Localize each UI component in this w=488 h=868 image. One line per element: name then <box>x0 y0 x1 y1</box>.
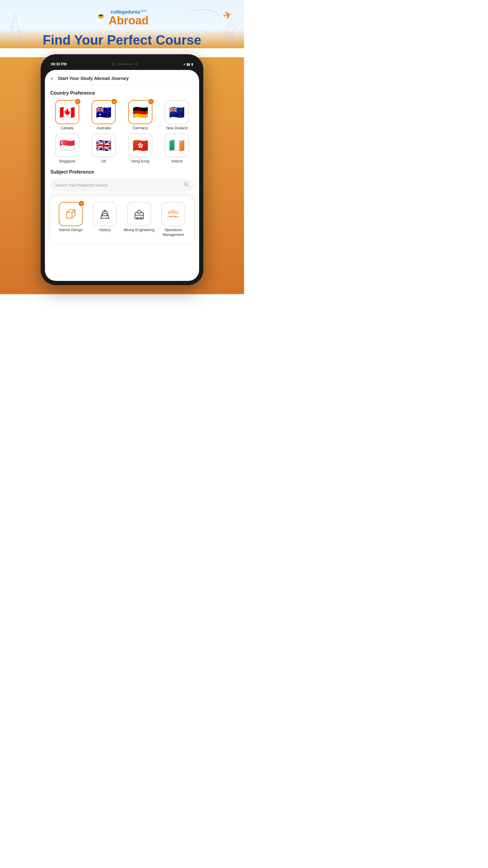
country-name-newzealand: New Zealand <box>166 126 188 130</box>
country-item-newzealand[interactable]: 🇳🇿 New Zealand <box>160 100 194 130</box>
subject-name-history: History <box>99 228 110 233</box>
battery-icon: ▮ <box>191 62 193 66</box>
signal-icon: ▮▮ <box>187 62 190 66</box>
screen-title: Start Your Study Abroad Journey <box>58 76 129 81</box>
subject-name-operations: Operations Management <box>158 228 189 237</box>
svg-rect-28 <box>101 216 108 218</box>
check-badge-interior-design: ✓ <box>78 200 85 207</box>
subject-icon-box-interior-design[interactable]: ✓ <box>59 202 83 226</box>
country-flag-ireland[interactable]: 🇮🇪 <box>165 133 189 157</box>
country-flag-uk[interactable]: 🇬🇧 <box>92 133 116 157</box>
svg-rect-21 <box>67 212 72 218</box>
svg-point-42 <box>140 217 142 219</box>
country-item-germany[interactable]: 🇩🇪 ✓ Germany <box>124 100 157 130</box>
svg-point-3 <box>99 15 100 16</box>
country-item-australia[interactable]: 🇦🇺 ✓ Australia <box>87 100 121 130</box>
phone-screen: ‹ Start Your Study Abroad Journey Countr… <box>45 70 199 281</box>
subject-item-mining[interactable]: Mining Engineering <box>124 202 155 237</box>
logo-text-area: collegedunia.com Abroad <box>109 9 149 26</box>
country-name-germany: Germany <box>133 126 148 130</box>
mining-engineering-icon <box>133 207 146 221</box>
svg-point-47 <box>175 212 178 214</box>
svg-line-17 <box>233 26 238 30</box>
subject-icon-box-history[interactable] <box>93 202 117 226</box>
country-name-hongkong: Hong Kong <box>131 159 150 163</box>
phone-mockup: 09:30 PM ▾ ▮▮ ▮ ‹ Start Your Study Abroa… <box>41 54 203 285</box>
svg-point-41 <box>136 217 138 219</box>
svg-rect-29 <box>102 213 107 216</box>
wifi-icon: ▾ <box>184 62 185 66</box>
country-grid: 🇨🇦 ✓ Canada 🇦🇺 ✓ Australia <box>50 100 194 163</box>
history-icon <box>98 207 111 221</box>
country-flag-canada[interactable]: 🇨🇦 ✓ <box>55 100 79 124</box>
subject-section-title: Subject Preference <box>50 169 194 175</box>
subject-popup: ✓ In <box>50 196 194 243</box>
country-flag-germany[interactable]: 🇩🇪 ✓ <box>128 100 153 124</box>
country-name-australia: Australia <box>97 126 111 130</box>
svg-line-22 <box>67 210 70 212</box>
subject-name-mining: Mining Engineering <box>124 228 155 233</box>
subject-name-interior-design: Interior Design <box>59 228 83 233</box>
svg-rect-14 <box>228 33 233 48</box>
country-item-singapore[interactable]: 🇸🇬 Singapore <box>50 133 84 163</box>
country-name-uk: UK <box>101 159 106 163</box>
subject-search-bar[interactable]: Search Your Preferred Search <box>50 179 194 191</box>
country-flag-singapore[interactable]: 🇸🇬 <box>55 133 79 157</box>
country-item-uk[interactable]: 🇬🇧 UK <box>87 133 121 163</box>
country-item-hongkong[interactable]: 🇭🇰 Hong Kong <box>124 133 157 163</box>
svg-rect-2 <box>99 15 103 16</box>
check-badge-germany: ✓ <box>148 98 154 105</box>
interior-design-icon <box>64 207 77 221</box>
statue-of-liberty-icon <box>220 15 241 48</box>
subject-icon-box-operations[interactable] <box>161 202 185 226</box>
svg-point-46 <box>168 212 171 214</box>
country-section-title: Country Preference <box>50 90 194 96</box>
country-name-singapore: Singapore <box>59 159 75 163</box>
svg-point-45 <box>172 210 175 213</box>
svg-line-27 <box>72 216 75 218</box>
subject-item-interior-design[interactable]: ✓ In <box>55 202 87 237</box>
notch-speaker <box>118 63 133 65</box>
country-item-ireland[interactable]: 🇮🇪 Ireland <box>160 133 194 163</box>
country-flag-newzealand[interactable]: 🇳🇿 <box>165 100 189 124</box>
logo-mascot-icon <box>96 12 106 23</box>
logo-tld: .com <box>140 9 147 12</box>
check-badge-australia: ✓ <box>111 98 118 105</box>
logo-collegedunia: collegedunia <box>110 9 140 14</box>
svg-line-18 <box>224 32 227 35</box>
orange-background: 09:30 PM ▾ ▮▮ ▮ ‹ Start Your Study Abroa… <box>0 57 244 294</box>
check-badge-canada: ✓ <box>74 98 81 105</box>
status-icons: ▾ ▮▮ ▮ <box>184 62 193 66</box>
svg-point-4 <box>101 15 102 16</box>
header-area: collegedunia.com Abroad ✈ Find Your Perf… <box>0 0 244 48</box>
svg-line-5 <box>9 13 15 47</box>
notch-camera <box>112 63 115 66</box>
svg-line-20 <box>187 185 188 186</box>
dashed-flight-path <box>184 9 220 27</box>
eiffel-tower-icon <box>3 12 27 48</box>
screen-content: Country Preference 🇨🇦 ✓ Canada 🇦🇺 ✓ <box>45 86 199 248</box>
subject-item-history[interactable]: History <box>90 202 121 237</box>
logo-abroad: Abroad <box>109 15 149 26</box>
notch-camera-2 <box>135 63 138 66</box>
country-name-canada: Canada <box>61 126 73 130</box>
back-button[interactable]: ‹ <box>51 75 53 82</box>
status-time: 09:30 PM <box>51 62 67 66</box>
phone-notch-bar: 09:30 PM ▾ ▮▮ ▮ <box>45 59 199 70</box>
country-flag-australia[interactable]: 🇦🇺 ✓ <box>92 100 116 124</box>
search-icon <box>184 182 189 188</box>
country-name-ireland: Ireland <box>171 159 183 163</box>
phone-notch <box>101 61 149 67</box>
country-flag-hongkong[interactable]: 🇭🇰 <box>128 133 153 157</box>
screen-header: ‹ Start Your Study Abroad Journey <box>45 70 199 86</box>
subject-icon-box-mining[interactable] <box>127 202 151 226</box>
hero-title: Find Your Perfect Course <box>6 32 238 48</box>
search-placeholder-text: Search Your Preferred Search <box>55 183 182 187</box>
svg-line-6 <box>15 13 21 47</box>
svg-line-23 <box>72 210 75 212</box>
operations-management-icon <box>167 207 180 221</box>
subject-item-operations[interactable]: Operations Management <box>158 202 189 237</box>
subject-grid: ✓ In <box>55 202 189 237</box>
country-item-canada[interactable]: 🇨🇦 ✓ Canada <box>50 100 84 130</box>
